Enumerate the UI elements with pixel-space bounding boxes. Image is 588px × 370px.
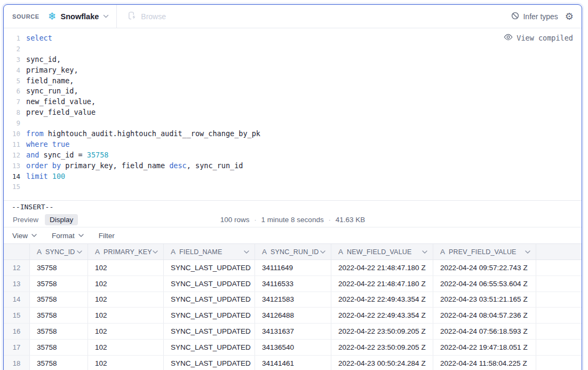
view-menu[interactable]: View <box>12 232 37 240</box>
infer-types-button[interactable]: Infer types <box>511 12 558 21</box>
code-line: 15 <box>4 182 582 192</box>
table-cell[interactable]: 102 <box>88 292 164 308</box>
code-text: where true <box>20 139 69 150</box>
row-number: 15 <box>4 308 30 323</box>
table-cell[interactable]: 35758 <box>30 324 88 339</box>
source-select-dropdown[interactable]: ❄ Snowflake <box>46 8 112 25</box>
table-cell[interactable]: 2022-04-23 00:50:24.284 Z <box>331 356 433 370</box>
chevron-down-icon[interactable] <box>525 250 530 254</box>
row-number: 12 <box>4 260 30 275</box>
table-cell[interactable]: SYNC_LAST_UPDATED <box>164 292 255 308</box>
table-cell[interactable]: 2022-04-24 09:57:22.743 Z <box>433 260 536 275</box>
table-cell-empty <box>536 340 582 355</box>
chevron-down-icon[interactable] <box>422 250 427 254</box>
chevron-down-icon[interactable] <box>77 250 82 254</box>
code-text <box>20 118 26 129</box>
sql-code-editor[interactable]: 1select23sync_id,4primary_key,5field_nam… <box>4 28 582 200</box>
sql-editor-panel: SOURCE ❄ Snowflake Browse Infe <box>3 4 582 370</box>
table-cell[interactable]: 35758 <box>30 260 88 275</box>
table-row[interactable]: 1435758102SYNC_LAST_UPDATED341215832022-… <box>4 292 582 308</box>
chevron-down-icon[interactable] <box>153 250 158 254</box>
column-header-new_field_value[interactable]: ANEW_FIELD_VALUE <box>331 244 433 259</box>
table-cell[interactable]: 34136540 <box>255 340 331 355</box>
table-cell[interactable]: SYNC_LAST_UPDATED <box>164 356 255 370</box>
table-cell[interactable]: SYNC_LAST_UPDATED <box>164 340 255 355</box>
table-cell[interactable]: 2022-04-22 22:49:43.354 Z <box>331 292 433 308</box>
column-header-field_name[interactable]: AFIELD_NAME <box>164 244 255 259</box>
code-line: 5field_name, <box>4 76 582 86</box>
line-number: 12 <box>4 150 20 161</box>
header-gutter-cell <box>4 244 30 259</box>
result-size: 41.63 KB <box>336 216 365 224</box>
table-cell[interactable]: 2022-04-23 03:51:21.165 Z <box>433 292 536 308</box>
table-cell[interactable]: 2022-04-22 19:47:18.051 Z <box>433 340 536 355</box>
table-cell[interactable]: SYNC_LAST_UPDATED <box>164 324 255 339</box>
table-cell[interactable]: 102 <box>88 276 164 292</box>
table-cell[interactable]: 2022-04-22 23:50:09.205 Z <box>331 340 433 355</box>
infer-types-label: Infer types <box>523 12 558 21</box>
table-cell[interactable]: 2022-04-22 21:48:47.180 Z <box>331 260 433 275</box>
table-cell[interactable]: 102 <box>88 356 164 370</box>
table-cell[interactable]: 34116533 <box>255 276 331 292</box>
table-cell[interactable]: 35758 <box>30 276 88 292</box>
table-cell[interactable]: 102 <box>88 324 164 339</box>
query-stats: 100 rows · 1 minute 8 seconds · 41.63 KB <box>220 216 365 224</box>
table-cell[interactable]: 34126488 <box>255 308 331 323</box>
table-row[interactable]: 1535758102SYNC_LAST_UPDATED341264882022-… <box>4 308 582 324</box>
format-menu[interactable]: Format <box>52 232 84 240</box>
table-cell[interactable]: 2022-04-22 23:50:09.205 Z <box>331 324 433 339</box>
column-header-sync_id[interactable]: ASYNC_ID <box>30 244 88 259</box>
line-number: 1 <box>4 33 20 44</box>
table-cell[interactable]: 2022-04-22 21:48:47.180 Z <box>331 276 433 292</box>
table-cell[interactable]: 102 <box>88 340 164 355</box>
column-header-prev_field_value[interactable]: APREV_FIELD_VALUE <box>433 244 536 259</box>
code-line: 12and sync_id = 35758 <box>4 150 582 161</box>
table-cell[interactable]: 34131637 <box>255 324 331 339</box>
browse-label: Browse <box>141 12 166 21</box>
table-cell[interactable]: 2022-04-24 07:56:18.593 Z <box>433 324 536 339</box>
table-cell[interactable]: SYNC_LAST_UPDATED <box>164 276 255 292</box>
table-row[interactable]: 1635758102SYNC_LAST_UPDATED341316372022-… <box>4 324 582 340</box>
code-text: field_name, <box>20 76 74 86</box>
string-type-icon: A <box>338 248 343 256</box>
table-cell[interactable]: 34141461 <box>255 356 331 370</box>
table-row[interactable]: 1235758102SYNC_LAST_UPDATED341116492022-… <box>4 260 582 276</box>
table-row[interactable]: 1835758102SYNC_LAST_UPDATED341414612022-… <box>4 356 582 370</box>
chevron-down-icon[interactable] <box>320 250 325 254</box>
table-cell[interactable]: 34111649 <box>255 260 331 275</box>
table-cell[interactable]: 102 <box>88 260 164 275</box>
line-number: 6 <box>4 86 20 97</box>
column-name: NEW_FIELD_VALUE <box>347 248 422 256</box>
table-cell[interactable]: 35758 <box>30 292 88 308</box>
table-row[interactable]: 1335758102SYNC_LAST_UPDATED341165332022-… <box>4 276 582 292</box>
line-number: 9 <box>4 118 20 129</box>
chevron-down-icon[interactable] <box>244 250 249 254</box>
column-header-primary_key[interactable]: APRIMARY_KEY <box>88 244 164 259</box>
line-number: 15 <box>4 182 20 192</box>
table-cell[interactable]: 102 <box>88 308 164 323</box>
tab-preview[interactable]: Preview <box>8 214 43 225</box>
table-cell[interactable]: 35758 <box>30 340 88 355</box>
table-cell[interactable]: 35758 <box>30 308 88 323</box>
table-cell[interactable]: SYNC_LAST_UPDATED <box>164 308 255 323</box>
table-cell[interactable]: SYNC_LAST_UPDATED <box>164 260 255 275</box>
view-compiled-button[interactable]: View compiled <box>504 34 573 42</box>
tab-display[interactable]: Display <box>45 214 78 225</box>
column-header-sync_run_id[interactable]: ASYNC_RUN_ID <box>255 244 331 259</box>
code-text: order by primary_key, field_name desc, s… <box>20 161 243 171</box>
table-cell[interactable]: 2022-04-24 11:58:04.225 Z <box>433 356 536 370</box>
table-cell[interactable]: 35758 <box>30 356 88 370</box>
table-cell[interactable]: 2022-04-24 06:55:53.604 Z <box>433 276 536 292</box>
filter-menu[interactable]: Filter <box>99 232 115 240</box>
line-number: 10 <box>4 129 20 139</box>
browse-button[interactable]: Browse <box>128 11 166 22</box>
divider <box>116 5 117 28</box>
table-cell[interactable]: 2022-04-22 22:49:43.354 Z <box>331 308 433 323</box>
table-cell[interactable]: 2022-04-24 08:04:57.236 Z <box>433 308 536 323</box>
code-text: new_field_value, <box>20 97 96 107</box>
table-row[interactable]: 1735758102SYNC_LAST_UPDATED341365402022-… <box>4 340 582 356</box>
gear-icon[interactable]: ⚙ <box>565 12 574 21</box>
table-cell[interactable]: 34121583 <box>255 292 331 308</box>
code-text: select <box>20 33 52 44</box>
dot-separator: · <box>255 216 257 224</box>
